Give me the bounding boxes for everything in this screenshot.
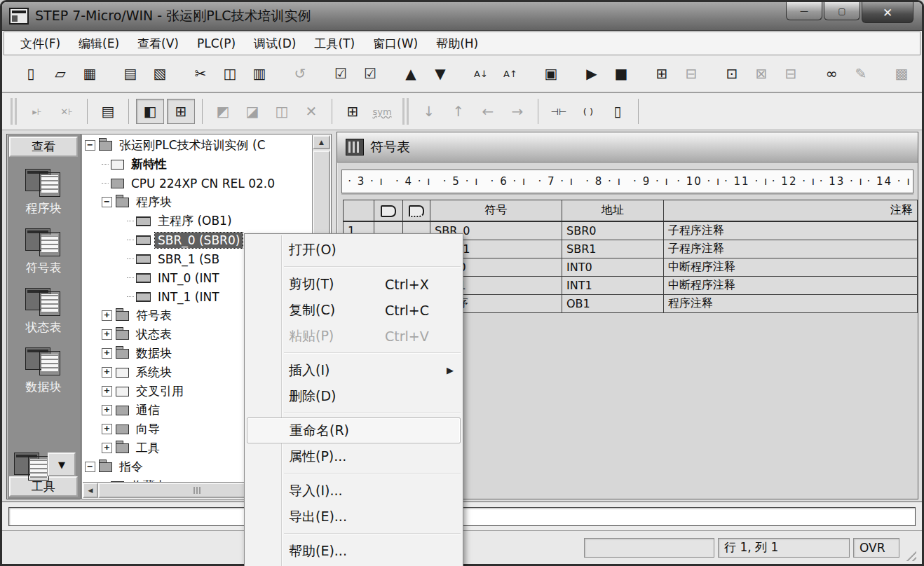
print-preview-button[interactable]: ▧ xyxy=(147,62,173,85)
tree-expander-icon[interactable]: − xyxy=(85,140,95,151)
nav-view-button[interactable]: 查看 xyxy=(9,137,78,157)
comment-cell[interactable]: 中断程序注释 xyxy=(664,258,918,277)
maximize-icon: ▢ xyxy=(838,6,845,16)
context-menu-item-delete[interactable]: 删除(D) xyxy=(245,383,463,409)
compile-all-button[interactable]: ☑ xyxy=(357,62,383,85)
symbol-table-titlebar[interactable]: 符号表 xyxy=(337,132,918,163)
comment-cell[interactable]: 程序注释 xyxy=(664,295,918,313)
write-pointer-button: ✎ xyxy=(848,62,874,85)
address-cell[interactable]: INT1 xyxy=(562,277,664,295)
context-menu-item-insert[interactable]: 插入(I)▶ xyxy=(245,357,463,383)
scroll-left-button[interactable]: ◀ xyxy=(83,483,98,498)
tree-item[interactable]: −张运刚PLC技术培训实例 (C xyxy=(83,136,313,155)
previous-bookmark-icon: ◫ xyxy=(276,103,289,120)
copy-icon: ◫ xyxy=(224,65,237,82)
context-menu-item-import[interactable]: 导入(I)... xyxy=(245,478,463,504)
tree-expander-icon[interactable]: − xyxy=(102,197,112,207)
nav-item-程序块[interactable]: 程序块 xyxy=(7,169,80,216)
context-menu-item-properties[interactable]: 属性(P)... xyxy=(245,443,463,469)
nav-item-数据块[interactable]: 数据块 xyxy=(7,347,80,395)
address-cell[interactable]: SBR0 xyxy=(562,221,664,240)
toolbar-grip[interactable] xyxy=(11,98,17,125)
close-button[interactable]: ✕ xyxy=(862,2,913,23)
nav-item-label: 程序块 xyxy=(26,200,62,216)
new-project-button[interactable]: ▯ xyxy=(18,62,44,85)
resize-grip[interactable] xyxy=(902,547,916,561)
tree-expander-icon[interactable]: + xyxy=(102,424,112,434)
nav-scroll-down-button[interactable]: ▼ xyxy=(48,453,76,476)
comment-cell[interactable]: 子程序注释 xyxy=(664,221,918,240)
sort-descending-button[interactable]: A↑ xyxy=(497,62,524,85)
titlebar[interactable]: STEP 7-Micro/WIN - 张运刚PLC技术培训实例 — ▢ ✕ xyxy=(2,2,922,31)
program-status-button[interactable]: ⊞ xyxy=(648,62,675,85)
context-menu-item-help[interactable]: 帮助(E)... xyxy=(245,538,463,564)
download-button[interactable]: ▼ xyxy=(427,62,454,85)
insert-contact-button[interactable]: ⊣⊢ xyxy=(545,99,572,123)
nav-item-状态表[interactable]: 状态表 xyxy=(7,288,80,336)
upload-button[interactable]: ▲ xyxy=(398,62,424,85)
cut-button[interactable]: ✂ xyxy=(187,62,214,85)
paste-button[interactable]: ▥ xyxy=(246,62,273,85)
scroll-up-button[interactable]: ▲ xyxy=(313,135,330,149)
menu-view[interactable]: 查看(V) xyxy=(130,34,186,54)
chart-table-view-button[interactable]: ⊞ xyxy=(167,99,195,124)
context-menu-item-rename[interactable]: 重命名(R) xyxy=(247,417,461,443)
tree-item[interactable]: −程序块 xyxy=(83,193,313,212)
tree-expander-icon[interactable]: + xyxy=(102,348,112,359)
menu-plc[interactable]: PLC(P) xyxy=(189,34,243,53)
nav-item-符号表[interactable]: 符号表 xyxy=(7,228,80,276)
edit-program-button[interactable]: ▤ xyxy=(95,99,121,123)
address-cell[interactable]: SBR1 xyxy=(562,240,664,258)
view-read-only-button[interactable]: ∞ xyxy=(818,62,845,85)
context-menu-item-open[interactable]: 打开(O) xyxy=(245,237,463,263)
minimize-button[interactable]: — xyxy=(786,2,822,20)
menu-file[interactable]: 文件(F) xyxy=(13,34,68,54)
tree-item[interactable]: 新特性 xyxy=(83,155,313,174)
address-cell[interactable]: OB1 xyxy=(562,295,664,313)
ruler-mark: · 5 · ı xyxy=(437,175,485,188)
context-menu-item-copy[interactable]: 复制(C)Ctrl+C xyxy=(245,297,463,323)
tree-expander-icon[interactable]: + xyxy=(102,405,112,415)
tree-connector xyxy=(127,240,134,240)
browse-bar-toggle-button[interactable]: ▣ xyxy=(538,62,564,85)
apply-symbol-table-button[interactable]: ⊞ xyxy=(339,99,366,123)
tree-expander-icon[interactable]: + xyxy=(102,443,112,453)
compile-button[interactable]: ☑ xyxy=(327,62,354,85)
program-unit-icon xyxy=(136,273,151,283)
tree-item[interactable]: CPU 224XP CN REL 02.0 xyxy=(83,174,313,193)
save-project-button[interactable]: ▦ xyxy=(76,62,103,85)
tree-expander-icon[interactable]: + xyxy=(102,329,112,340)
comment-cell[interactable]: 中断程序注释 xyxy=(664,277,918,295)
insert-box-button[interactable]: ▯ xyxy=(604,99,631,123)
insert-coil-button[interactable]: ( ) xyxy=(575,99,602,123)
tree-expander-icon[interactable]: + xyxy=(102,310,112,321)
address-cell[interactable]: INT0 xyxy=(562,258,664,277)
print-button[interactable]: ▤ xyxy=(117,62,144,85)
menu-debug[interactable]: 调试(D) xyxy=(246,34,304,54)
insert-coil-icon: ( ) xyxy=(583,106,593,117)
comment-cell[interactable]: 子程序注释 xyxy=(664,240,918,258)
menu-window[interactable]: 窗口(W) xyxy=(365,34,426,54)
sort-ascending-button[interactable]: A↓ xyxy=(468,62,494,85)
menu-tools[interactable]: 工具(T) xyxy=(306,34,362,54)
line-left-button: ← xyxy=(475,99,501,123)
tree-expander-icon[interactable]: + xyxy=(102,367,112,378)
menu-item-label: 重命名(R) xyxy=(290,422,349,440)
tree-expander-icon[interactable]: − xyxy=(85,462,95,472)
menu-edit[interactable]: 编辑(E) xyxy=(71,34,127,54)
compile-icon: ☑ xyxy=(334,65,347,82)
chart-status-button[interactable]: ⊡ xyxy=(719,62,745,85)
context-menu-item-cut[interactable]: 剪切(T)Ctrl+X xyxy=(245,271,463,297)
tree-expander-icon[interactable]: + xyxy=(102,386,112,396)
menu-help[interactable]: 帮助(H) xyxy=(428,34,486,54)
maximize-button[interactable]: ▢ xyxy=(824,2,860,20)
lad-status-view-button[interactable]: ◧ xyxy=(136,99,164,124)
tree-item[interactable]: 主程序 (OB1) xyxy=(83,212,313,230)
context-menu-item-export[interactable]: 导出(E)... xyxy=(245,504,463,530)
stop-mode-button[interactable]: ■ xyxy=(608,62,634,85)
toolbar-grip[interactable] xyxy=(402,98,409,125)
run-mode-button[interactable]: ▶ xyxy=(578,62,605,85)
open-project-button[interactable]: ▱ xyxy=(47,62,74,85)
nav-item-partial[interactable] xyxy=(14,453,50,481)
copy-button[interactable]: ◫ xyxy=(217,62,243,85)
